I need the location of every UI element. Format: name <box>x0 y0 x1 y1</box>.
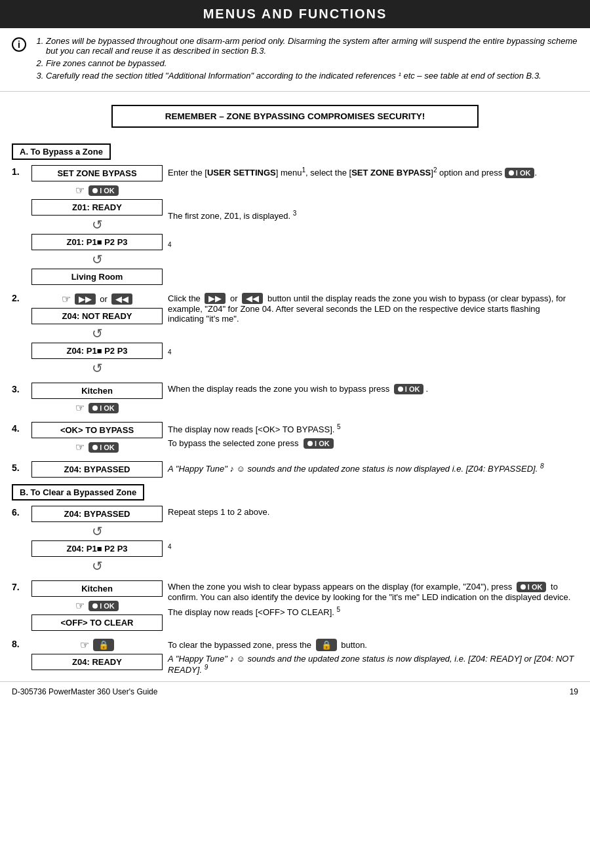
step-3-row: 3. Kitchen ☞ I OK When the display reads… <box>12 383 578 415</box>
scroll-icon-3: ↺ <box>92 326 103 341</box>
scroll-icon-6: ↺ <box>92 558 103 574</box>
step-7-lcd2: <OFF> TO CLEAR <box>31 614 163 631</box>
step-2-num: 2. <box>12 292 26 303</box>
ok-dot <box>92 188 98 193</box>
step-4-row: 4. <OK> TO BYPASS ☞ I OK The display now… <box>12 422 578 455</box>
ok-button-7-inline[interactable]: I OK <box>517 582 547 592</box>
page-header: MENUS AND FUNCTIONS <box>0 0 590 28</box>
step-5-lcd: Z04: BYPASSED <box>31 461 163 478</box>
step-2-row: 2. ☞ ▶▶ or ◀◀ Z04: NOT READY ↺ Z04: P1■ … <box>12 292 578 376</box>
step-6-left: Z04: BYPASSED ↺ Z04: P1■ P2 P3 ↺ <box>31 506 163 574</box>
lock-button-8[interactable]: 🔒 <box>93 639 114 651</box>
step-4-ok-row: ☞ I OK <box>75 441 119 453</box>
step-1-lcd4: Living Room <box>31 269 163 285</box>
step-5-right: A "Happy Tune" ♪ ☺ sounds and the update… <box>168 461 578 474</box>
info-block: i Zones will be bypassed throughout one … <box>0 28 590 92</box>
section-b: B. To Clear a Bypassed Zone 6. Z04: BYPA… <box>0 484 590 675</box>
step-8-lcd: Z04: READY <box>31 654 163 670</box>
scroll-icon-1: ↺ <box>92 217 103 233</box>
ok-button-4-inline[interactable]: I OK <box>304 438 334 449</box>
step-1-lcd3: Z01: P1■ P2 P3 <box>31 234 163 250</box>
info-item-1: Zones will be bypassed throughout one di… <box>46 36 578 56</box>
step-4-right: The display now reads [<OK> TO BYPASS]. … <box>168 422 578 449</box>
step-1-lcd1: SET ZONE BYPASS <box>31 165 163 181</box>
step-3-num: 3. <box>12 383 26 394</box>
section-a: A. To Bypass a Zone 1. SET ZONE BYPASS ☞… <box>0 143 590 478</box>
scroll-icon-2: ↺ <box>92 252 103 267</box>
hand-icon-2: ☞ <box>62 293 71 305</box>
step-3-left: Kitchen ☞ I OK <box>31 383 163 415</box>
step-1-left: SET ZONE BYPASS ☞ I OK Z01: READY ↺ Z01:… <box>31 165 163 285</box>
hand-icon-8: ☞ <box>80 639 89 651</box>
forward-arrow-btn[interactable]: ▶▶ <box>75 293 96 305</box>
info-item-2: Fire zones cannot be bypassed. <box>46 58 578 68</box>
header-title: MENUS AND FUNCTIONS <box>203 7 387 21</box>
fwd-btn-inline[interactable]: ▶▶ <box>205 293 226 304</box>
scroll-icon-5: ↺ <box>92 523 103 539</box>
step-3-lcd: Kitchen <box>31 383 163 399</box>
page-footer: D-305736 PowerMaster 360 User's Guide 19 <box>0 681 590 702</box>
step-8-lock-row: ☞ 🔒 <box>80 639 114 651</box>
step-1-ok-row: ☞ I OK <box>75 184 119 197</box>
remember-wrapper: REMEMBER – ZONE BYPASSING COMPROMISES SE… <box>0 98 590 134</box>
ok-button-3-inline[interactable]: I OK <box>394 384 424 394</box>
step-7-row: 7. Kitchen ☞ I OK <OFF> TO CLEAR When th… <box>12 580 578 631</box>
step-5-row: 5. Z04: BYPASSED A "Happy Tune" ♪ ☺ soun… <box>12 461 578 478</box>
section-a-title: A. To Bypass a Zone <box>12 143 111 160</box>
step-6-lcd2: Z04: P1■ P2 P3 <box>31 540 163 557</box>
step-8-num: 8. <box>12 637 26 649</box>
step-4-num: 4. <box>12 422 26 434</box>
step-2-arrows-row: ☞ ▶▶ or ◀◀ <box>62 293 132 305</box>
step-3-right: When the display reads the zone you wish… <box>168 383 578 394</box>
ok-button-1[interactable]: I OK <box>88 185 119 196</box>
step-7-ok-row: ☞ I OK <box>75 599 119 612</box>
info-item-3: Carefully read the section titled "Addit… <box>46 71 578 81</box>
step-2-left: ☞ ▶▶ or ◀◀ Z04: NOT READY ↺ Z04: P1■ P2 … <box>31 292 163 376</box>
info-text: Zones will be bypassed throughout one di… <box>33 36 578 83</box>
step-6-row: 6. Z04: BYPASSED ↺ Z04: P1■ P2 P3 ↺ Repe… <box>12 506 578 574</box>
step-6-right: Repeat steps 1 to 2 above. 4 <box>168 506 578 554</box>
section-b-title: B. To Clear a Bypassed Zone <box>12 484 144 500</box>
step-1-lcd2: Z01: READY <box>31 199 163 216</box>
step-1-row: 1. SET ZONE BYPASS ☞ I OK Z01: READY ↺ Z… <box>12 165 578 285</box>
step-6-num: 6. <box>12 506 26 518</box>
scroll-icon-4: ↺ <box>92 360 103 376</box>
back-btn-inline[interactable]: ◀◀ <box>242 293 263 304</box>
back-arrow-btn[interactable]: ◀◀ <box>111 293 132 305</box>
ok-button-7[interactable]: I OK <box>88 601 119 611</box>
info-icon: i <box>12 37 26 52</box>
hand-icon-4: ☞ <box>75 441 85 453</box>
step-8-left: ☞ 🔒 Z04: READY <box>31 637 163 670</box>
hand-icon-3: ☞ <box>75 402 85 414</box>
step-2-lcd1: Z04: NOT READY <box>31 308 163 324</box>
remember-box: REMEMBER – ZONE BYPASSING COMPROMISES SE… <box>111 105 479 128</box>
step-8-row: 8. ☞ 🔒 Z04: READY To clear the bypassed … <box>12 637 578 675</box>
section-a-content: 1. SET ZONE BYPASS ☞ I OK Z01: READY ↺ Z… <box>0 165 590 478</box>
ok-dot-i1 <box>509 170 514 176</box>
step-4-lcd: <OK> TO BYPASS <box>31 422 163 438</box>
step-5-num: 5. <box>12 461 26 473</box>
footer-left: D-305736 PowerMaster 360 User's Guide <box>12 687 157 696</box>
hand-icon-7: ☞ <box>75 599 85 612</box>
step-1-right: Enter the [USER SETTINGS] menu1, select … <box>168 165 578 252</box>
ok-button-inline-1[interactable]: I OK <box>505 168 535 178</box>
step-4-left: <OK> TO BYPASS ☞ I OK <box>31 422 163 455</box>
lock-btn-inline[interactable]: 🔒 <box>316 639 337 651</box>
ok-button-4[interactable]: I OK <box>88 442 119 453</box>
step-8-right: To clear the bypassed zone, press the 🔒 … <box>168 637 578 675</box>
ok-button-3[interactable]: I OK <box>88 403 119 413</box>
step-7-lcd1: Kitchen <box>31 580 163 597</box>
remember-text: REMEMBER – ZONE BYPASSING COMPROMISES SE… <box>165 111 425 121</box>
section-b-content: 6. Z04: BYPASSED ↺ Z04: P1■ P2 P3 ↺ Repe… <box>0 506 590 675</box>
step-7-right: When the zone you wish to clear bypass a… <box>168 580 578 617</box>
or-label: or <box>100 294 108 304</box>
step-7-num: 7. <box>12 580 26 592</box>
step-3-ok-row: ☞ I OK <box>75 402 119 414</box>
step-5-left: Z04: BYPASSED <box>31 461 163 478</box>
step-2-lcd2: Z04: P1■ P2 P3 <box>31 343 163 359</box>
step-1-num: 1. <box>12 165 26 177</box>
hand-icon-1: ☞ <box>75 184 85 197</box>
step-6-lcd1: Z04: BYPASSED <box>31 506 163 522</box>
ok-dot-3 <box>92 406 98 411</box>
step-7-left: Kitchen ☞ I OK <OFF> TO CLEAR <box>31 580 163 631</box>
